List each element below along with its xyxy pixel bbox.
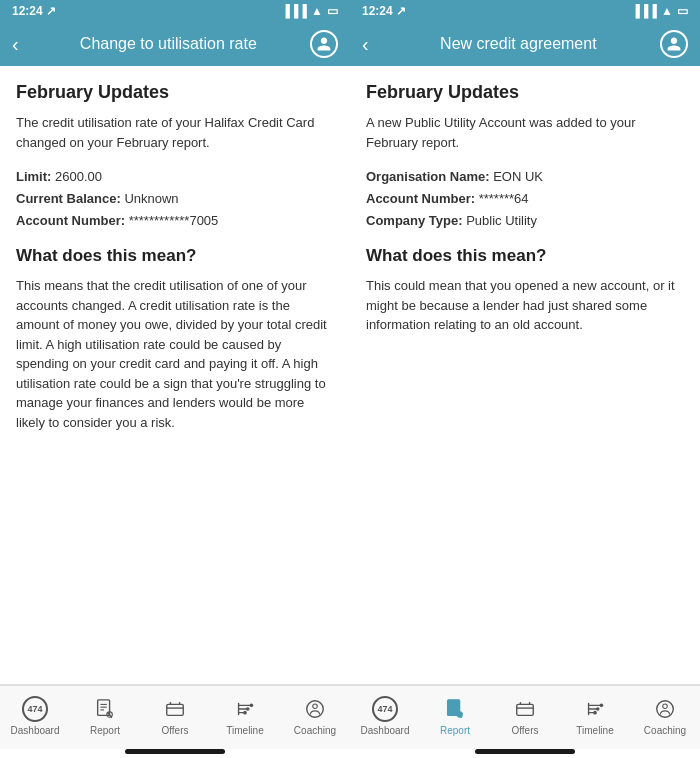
signal-icon: ▐▐▐: [282, 4, 308, 18]
home-indicator-right: [475, 749, 575, 754]
avatar-right[interactable]: [660, 30, 688, 58]
back-button-left[interactable]: ‹: [12, 33, 19, 56]
dashboard-badge-right: 474: [372, 696, 398, 722]
detail-value-1: Unknown: [124, 191, 178, 206]
nav-label-timeline-left: Timeline: [226, 725, 263, 736]
detail-line-right-1: Account Number: *******64: [366, 188, 684, 210]
nav-offers-right[interactable]: Offers: [490, 696, 560, 736]
section-title-left: February Updates: [16, 82, 334, 103]
explanation-left: This means that the credit utilisation o…: [16, 276, 334, 432]
dashboard-badge-left: 474: [22, 696, 48, 722]
svg-point-31: [600, 703, 604, 707]
svg-point-15: [243, 710, 247, 714]
signal-icon-right: ▐▐▐: [632, 4, 658, 18]
back-button-right[interactable]: ‹: [362, 33, 369, 56]
svg-rect-23: [517, 704, 534, 715]
svg-point-13: [250, 703, 254, 707]
signal-icons-left: ▐▐▐ ▲ ▭: [282, 4, 338, 18]
home-indicator-left: [125, 749, 225, 754]
nav-report-left[interactable]: Report: [70, 696, 140, 736]
detail-value-2: ************7005: [129, 213, 219, 228]
status-bar-right: 12:24 ↗ ▐▐▐ ▲ ▭: [350, 0, 700, 22]
report-icon-left: [92, 696, 118, 722]
content-left: February Updates The credit utilisation …: [0, 66, 350, 684]
svg-point-14: [246, 707, 250, 711]
screen-left: 12:24 ↗ ▐▐▐ ▲ ▭ ‹ Change to utilisation …: [0, 0, 350, 758]
detail-label-right-2: Company Type:: [366, 213, 463, 228]
detail-line-right-2: Company Type: Public Utility: [366, 210, 684, 232]
intro-text-left: The credit utilisation rate of your Hali…: [16, 113, 334, 152]
nav-label-offers-left: Offers: [161, 725, 188, 736]
header-title-left: Change to utilisation rate: [27, 35, 310, 53]
detail-value-right-1: *******64: [479, 191, 529, 206]
nav-coaching-left[interactable]: Coaching: [280, 696, 350, 736]
nav-coaching-right[interactable]: Coaching: [630, 696, 700, 736]
detail-label-2: Account Number:: [16, 213, 125, 228]
nav-label-dashboard-left: Dashboard: [11, 725, 60, 736]
battery-icon: ▭: [327, 4, 338, 18]
detail-block-left: Limit: 2600.00 Current Balance: Unknown …: [16, 166, 334, 232]
arrow-left: ↗: [46, 4, 56, 18]
nav-dashboard-right[interactable]: 474 Dashboard: [350, 696, 420, 736]
svg-point-32: [596, 707, 600, 711]
avatar-left[interactable]: [310, 30, 338, 58]
nav-label-timeline-right: Timeline: [576, 725, 613, 736]
svg-point-33: [593, 710, 597, 714]
bottom-nav-left: 474 Dashboard Report: [0, 685, 350, 749]
arrow-right: ↗: [396, 4, 406, 18]
bottom-nav-right: 474 Dashboard Report: [350, 685, 700, 749]
what-title-right: What does this mean?: [366, 246, 684, 266]
detail-value-right-2: Public Utility: [466, 213, 537, 228]
timeline-icon-right: [582, 696, 608, 722]
svg-point-22: [457, 711, 463, 717]
wifi-icon-right: ▲: [661, 4, 673, 18]
detail-line-1: Current Balance: Unknown: [16, 188, 334, 210]
nav-label-report-left: Report: [90, 725, 120, 736]
nav-label-report-right: Report: [440, 725, 470, 736]
content-right: February Updates A new Public Utility Ac…: [350, 66, 700, 684]
dashboard-icon-left: 474: [22, 696, 48, 722]
nav-report-right[interactable]: Report: [420, 696, 490, 736]
report-icon-right: [442, 696, 468, 722]
time-right: 12:24: [362, 4, 393, 18]
nav-offers-left[interactable]: Offers: [140, 696, 210, 736]
signal-icons-right: ▐▐▐ ▲ ▭: [632, 4, 688, 18]
detail-line-right-0: Organisation Name: EON UK: [366, 166, 684, 188]
timeline-icon-left: [232, 696, 258, 722]
intro-text-right: A new Public Utility Account was added t…: [366, 113, 684, 152]
coaching-icon-right: [652, 696, 678, 722]
coaching-icon-left: [302, 696, 328, 722]
detail-line-2: Account Number: ************7005: [16, 210, 334, 232]
detail-label-right-1: Account Number:: [366, 191, 475, 206]
wifi-icon: ▲: [311, 4, 323, 18]
explanation-right: This could mean that you opened a new ac…: [366, 276, 684, 335]
detail-block-right: Organisation Name: EON UK Account Number…: [366, 166, 684, 232]
what-title-left: What does this mean?: [16, 246, 334, 266]
nav-timeline-left[interactable]: Timeline: [210, 696, 280, 736]
header-left: ‹ Change to utilisation rate: [0, 22, 350, 66]
nav-dashboard-left[interactable]: 474 Dashboard: [0, 696, 70, 736]
svg-point-35: [663, 703, 668, 708]
nav-label-dashboard-right: Dashboard: [361, 725, 410, 736]
dashboard-icon-right: 474: [372, 696, 398, 722]
screen-right: 12:24 ↗ ▐▐▐ ▲ ▭ ‹ New credit agreement F…: [350, 0, 700, 758]
offers-icon-right: [512, 696, 538, 722]
svg-point-17: [313, 703, 318, 708]
header-title-right: New credit agreement: [377, 35, 660, 53]
svg-rect-5: [167, 704, 184, 715]
detail-label-0: Limit:: [16, 169, 51, 184]
detail-label-right-0: Organisation Name:: [366, 169, 490, 184]
nav-timeline-right[interactable]: Timeline: [560, 696, 630, 736]
nav-label-coaching-right: Coaching: [644, 725, 686, 736]
offers-icon-left: [162, 696, 188, 722]
section-title-right: February Updates: [366, 82, 684, 103]
detail-value-0: 2600.00: [55, 169, 102, 184]
header-right: ‹ New credit agreement: [350, 22, 700, 66]
status-bar-left: 12:24 ↗ ▐▐▐ ▲ ▭: [0, 0, 350, 22]
nav-label-offers-right: Offers: [511, 725, 538, 736]
time-left: 12:24: [12, 4, 43, 18]
battery-icon-right: ▭: [677, 4, 688, 18]
detail-label-1: Current Balance:: [16, 191, 121, 206]
nav-label-coaching-left: Coaching: [294, 725, 336, 736]
detail-value-right-0: EON UK: [493, 169, 543, 184]
